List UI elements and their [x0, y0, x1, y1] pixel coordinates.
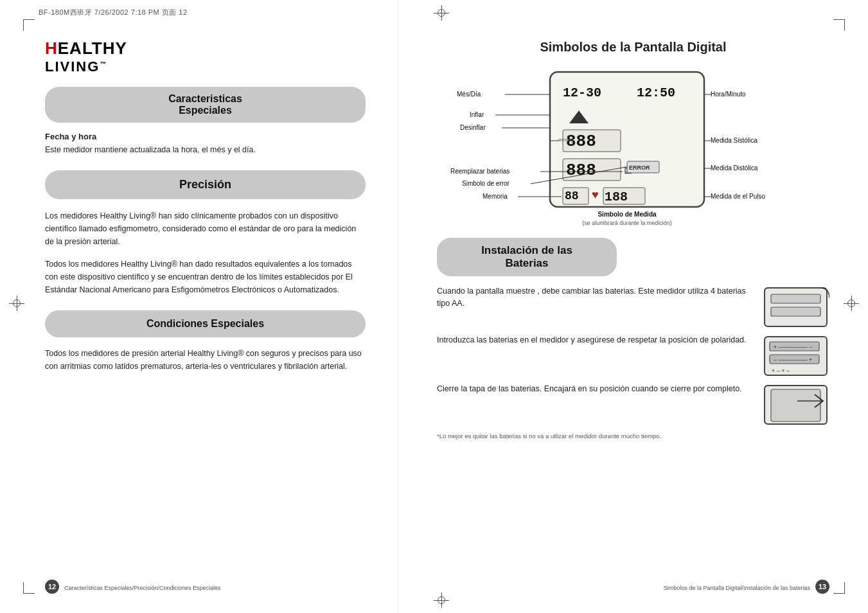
svg-text:Desinflar: Desinflar — [460, 124, 486, 131]
svg-text:mmHg: mmHg — [558, 137, 574, 143]
logo-h: H — [45, 39, 58, 58]
right-page: Simbolos de la Pantalla Digital 12-30 12… — [398, 0, 868, 613]
svg-text:Més/Día: Més/Día — [457, 91, 481, 98]
section1-subsection-title: Fecha y hora — [45, 132, 366, 141]
battery-footnote: *Lo mejor es quitar las baterias si no v… — [437, 432, 829, 440]
battery-body3: Cierre la tapa de las baterias. Encajará… — [437, 383, 749, 395]
svg-text:+ ————— –: + ————— – — [774, 344, 812, 350]
svg-text:Medida de el Pulso: Medida de el Pulso — [711, 193, 765, 200]
svg-text:Simbolo de error: Simbolo de error — [462, 180, 510, 187]
battery-row3: Cierre la tapa de las baterias. Encajará… — [437, 383, 829, 427]
battery-diagram-2: + ————— – – ————— + + – + – — [762, 334, 829, 378]
section2-body1: Los medidores Healthy Living® han sido c… — [45, 209, 366, 248]
svg-text:Inflar: Inflar — [470, 111, 484, 118]
left-footer-text: Características Especiales/Precisión/Con… — [64, 585, 221, 591]
svg-text:ERROR: ERROR — [629, 164, 650, 171]
right-page-number: 13 — [815, 580, 829, 594]
logo-area: HEALTHY LIVING™ — [45, 39, 366, 75]
svg-rect-42 — [771, 294, 820, 303]
svg-text:Hora/Minuto: Hora/Minuto — [711, 91, 746, 98]
svg-text:12:50: 12:50 — [637, 85, 675, 100]
section3-body1: Todos los medidores de presión arterial … — [45, 348, 366, 373]
battery-body1: Cuando la pantalla muestre , debe cambia… — [437, 285, 749, 310]
svg-text:♥: ♥ — [592, 188, 599, 201]
section3-heading: Condiciones Especiales — [45, 310, 366, 337]
section1-body1: Este medidor mantiene actualizada la hor… — [45, 144, 366, 156]
display-diagram-svg: 12-30 12:50 888 mmHg 888 ⊠ ERROR 88 ♥ 18… — [450, 66, 817, 233]
svg-text:Reemplazar baterias: Reemplazar baterias — [450, 168, 509, 175]
battery-diagram-3 — [762, 383, 829, 427]
battery-body2: Introduzca las baterias en el medidor y … — [437, 334, 749, 346]
logo-healthy: HEALTHY — [45, 39, 366, 58]
svg-text:88: 88 — [565, 190, 579, 202]
section2-heading: Precisión — [45, 170, 366, 199]
logo-living: LIVING™ — [45, 58, 366, 75]
section2-body2: Todos los medidores Healthy Living® han … — [45, 258, 366, 296]
right-footer-text: Simbolos de la Pantalla Digital/Instalac… — [664, 585, 810, 591]
battery-row2: Introduzca las baterias en el medidor y … — [437, 334, 829, 378]
svg-rect-51 — [771, 389, 820, 422]
svg-rect-43 — [771, 307, 820, 316]
svg-text:Simbolo de Medida: Simbolo de Medida — [598, 211, 657, 218]
battery-row1: Cuando la pantalla muestre , debe cambia… — [437, 285, 829, 329]
logo-ealthy: EALTHY — [58, 39, 127, 58]
battery-diagram-1 — [762, 285, 829, 329]
right-section2-heading: Instalación de lasBaterias — [437, 238, 617, 276]
svg-text:Medida Distólica: Medida Distólica — [711, 164, 758, 172]
svg-text:– ————— +: – ————— + — [774, 357, 812, 363]
svg-text:12-30: 12-30 — [563, 85, 601, 100]
svg-text:Medida Sistólica: Medida Sistólica — [711, 137, 757, 144]
section1-heading: CaracteristicasEspeciales — [45, 87, 366, 123]
left-page: HEALTHY LIVING™ CaracteristicasEspeciale… — [0, 0, 398, 613]
logo-tm: ™ — [100, 60, 107, 67]
page-container: BF-180M西班牙 7/26/2002 7:18 PM 页面 12 — [0, 0, 868, 613]
svg-text:(se alumbrará durante la medic: (se alumbrará durante la medición) — [582, 220, 672, 226]
svg-text:188: 188 — [605, 190, 628, 204]
right-section1-heading: Simbolos de la Pantalla Digital — [437, 39, 829, 55]
left-page-number: 12 — [45, 580, 59, 594]
svg-text:Memoria: Memoria — [483, 193, 508, 200]
svg-text:+ – + –: + – + – — [772, 368, 790, 374]
